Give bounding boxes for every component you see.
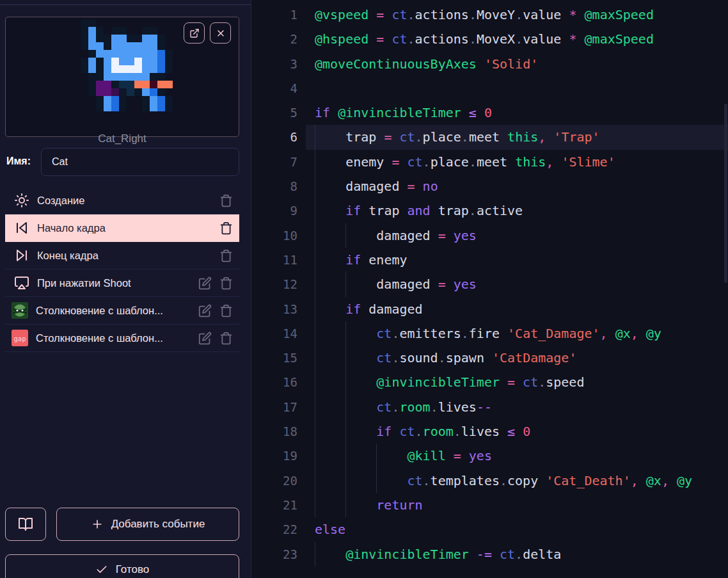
code-text: @hspeed = ct.actions.MoveX.value * @maxS… [315, 27, 654, 51]
delete-event-button[interactable] [219, 194, 233, 207]
add-event-label: Добавить событие [111, 518, 205, 531]
event-row[interactable]: gapСтолкновение с шаблон... [5, 325, 239, 352]
code-line[interactable]: 13if damaged [251, 297, 728, 321]
code-line[interactable]: 5if @invincibleTimer ≤ 0 [251, 100, 728, 125]
line-number: 9 [251, 198, 297, 223]
code-text: if @invincibleTimer ≤ 0 [315, 100, 492, 125]
code-line[interactable]: 9if trap and trap.active [251, 198, 728, 223]
code-line[interactable]: 10damaged = yes [251, 223, 728, 248]
event-row[interactable]: Конец кадра [5, 242, 239, 269]
event-row[interactable]: Столкновение с шаблон... [5, 297, 239, 325]
code-line[interactable]: 17ct.room.lives-- [251, 395, 728, 419]
line-number: 2 [251, 27, 297, 51]
code-line[interactable]: 8damaged = no [251, 174, 728, 198]
line-number: 4 [251, 76, 297, 100]
add-event-button[interactable]: Добавить событие [56, 508, 239, 541]
line-number: 15 [251, 346, 297, 370]
event-label: Создание [37, 195, 219, 207]
name-field-label: Имя: [6, 156, 31, 167]
close-icon [216, 28, 226, 38]
code-text: ct.room.lives-- [315, 395, 492, 419]
code-text: @invincibleTimer -= ct.delta [315, 542, 561, 566]
line-number: 13 [251, 297, 297, 321]
code-text: if trap and trap.active [315, 198, 523, 223]
skip-forward-icon [14, 248, 29, 263]
code-line[interactable]: 2@hspeed = ct.actions.MoveX.value * @max… [251, 27, 728, 51]
line-number: 10 [251, 223, 297, 248]
code-text: if ct.room.lives ≤ 0 [315, 419, 530, 444]
sprite-preview-card: Cat_Right [5, 17, 239, 137]
code-line[interactable]: 18if ct.room.lives ≤ 0 [251, 419, 728, 444]
edit-event-button[interactable] [198, 277, 212, 290]
svg-text:gap: gap [14, 335, 26, 342]
done-button[interactable]: Готово [5, 554, 239, 578]
code-text: else [315, 517, 345, 542]
code-lines: 1@vspeed = ct.actions.MoveY.value * @max… [251, 3, 728, 566]
code-line[interactable]: 7enemy = ct.place.meet this, 'Slime' [251, 150, 728, 174]
name-input[interactable] [41, 148, 239, 176]
airplay-icon [14, 275, 29, 291]
code-line[interactable]: 3@moveContinuousByAxes 'Solid' [251, 52, 728, 76]
code-line[interactable]: 11if enemy [251, 248, 728, 272]
edit-event-button[interactable] [198, 332, 212, 345]
trash-icon [219, 227, 233, 237]
code-text: damaged = yes [315, 272, 477, 296]
event-label: Столкновение с шаблон... [36, 332, 198, 344]
line-number: 22 [251, 517, 297, 542]
close-button[interactable] [210, 22, 231, 44]
code-line[interactable]: 1@vspeed = ct.actions.MoveY.value * @max… [251, 3, 728, 27]
code-text: ct.emitters.fire 'Cat_Damage', @x, @y [315, 321, 661, 346]
event-label: При нажатии Shoot [37, 277, 198, 289]
template-editor-panel: Cat_Right Имя: СозданиеНачало кадраКонец… [0, 0, 251, 578]
code-text: ct.sound.spawn 'CatDamage' [315, 346, 576, 370]
line-number: 6 [251, 125, 297, 149]
code-text: return [315, 493, 423, 517]
code-text: @kill = yes [315, 444, 492, 468]
editor-scrollbar[interactable] [724, 104, 727, 283]
event-row[interactable]: Создание [5, 187, 239, 214]
delete-event-button[interactable] [219, 332, 233, 345]
line-number: 20 [251, 469, 297, 493]
book-icon [18, 517, 33, 532]
code-line[interactable]: 21return [251, 493, 728, 517]
code-line[interactable]: 22else [251, 517, 728, 542]
delete-event-button[interactable] [219, 221, 233, 235]
line-number: 18 [251, 419, 297, 444]
edit-event-button[interactable] [198, 304, 212, 317]
docs-button[interactable] [5, 508, 46, 541]
open-external-button[interactable] [184, 22, 205, 44]
code-line[interactable]: 19@kill = yes [251, 444, 728, 468]
code-line[interactable]: 20ct.templates.copy 'Cat_Death', @x, @y [251, 469, 728, 493]
delete-event-button[interactable] [219, 249, 233, 262]
thumb-gap-icon: gap [12, 330, 28, 346]
sprite-name-caption: Cat_Right [6, 132, 239, 145]
code-line[interactable]: 4 [251, 76, 728, 100]
code-text: trap = ct.place.meet this, 'Trap' [315, 125, 600, 149]
edit-icon [198, 310, 212, 319]
code-text: if enemy [315, 248, 408, 272]
code-text: @moveContinuousByAxes 'Solid' [315, 52, 538, 76]
code-line[interactable]: 12damaged = yes [251, 272, 728, 296]
delete-event-button[interactable] [219, 304, 233, 317]
code-text: damaged = no [315, 174, 438, 198]
line-number: 3 [251, 52, 297, 76]
thumb-slime-icon [12, 302, 28, 319]
code-text: @vspeed = ct.actions.MoveY.value * @maxS… [315, 3, 654, 27]
event-row[interactable]: Начало кадра [5, 214, 239, 242]
code-line[interactable]: 15ct.sound.spawn 'CatDamage' [251, 346, 728, 370]
code-line[interactable]: 6trap = ct.place.meet this, 'Trap' [251, 125, 728, 149]
delete-event-button[interactable] [219, 277, 233, 290]
code-text: if damaged [315, 297, 423, 321]
event-row[interactable]: При нажатии Shoot [5, 269, 239, 297]
trash-icon [219, 310, 233, 319]
line-number: 16 [251, 370, 297, 394]
code-line[interactable]: 23@invincibleTimer -= ct.delta [251, 542, 728, 566]
event-label: Столкновение с шаблон... [36, 305, 198, 317]
check-icon [95, 563, 108, 576]
code-line[interactable]: 14ct.emitters.fire 'Cat_Damage', @x, @y [251, 321, 728, 346]
code-text: damaged = yes [315, 223, 477, 248]
code-editor[interactable]: 1@vspeed = ct.actions.MoveY.value * @max… [251, 0, 728, 578]
code-line[interactable]: 16@invincibleTimer = ct.speed [251, 370, 728, 394]
skip-back-icon [14, 220, 29, 236]
code-text: enemy = ct.place.meet this, 'Slime' [315, 150, 615, 174]
